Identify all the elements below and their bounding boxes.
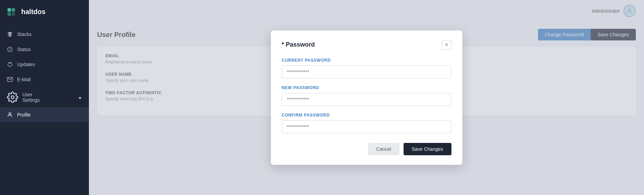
layers-icon xyxy=(7,31,13,37)
current-password-label: CURRENT PASSWORD xyxy=(282,58,451,63)
modal-close-button[interactable]: × xyxy=(442,40,451,50)
confirm-password-label: CONFIRM PASSWORD xyxy=(282,113,451,118)
sidebar-item-status[interactable]: Status xyxy=(0,42,89,57)
new-password-label: NEW PASSWORD xyxy=(282,85,451,90)
sidebar: haltdos Stacks Status Updates E-Mail Use… xyxy=(0,0,89,195)
logo-icon xyxy=(7,6,18,17)
sidebar-label-stacks: Stacks xyxy=(17,32,31,37)
password-modal: * Password × CURRENT PASSWORD NEW PASSWO… xyxy=(271,31,462,165)
svg-rect-0 xyxy=(8,8,11,12)
modal-overlay: * Password × CURRENT PASSWORD NEW PASSWO… xyxy=(89,0,644,195)
settings-icon xyxy=(7,92,18,103)
svg-rect-3 xyxy=(12,12,15,16)
new-password-group: NEW PASSWORD xyxy=(282,85,451,106)
sidebar-label-updates: Updates xyxy=(17,62,35,67)
app-logo: haltdos xyxy=(0,0,89,23)
updates-icon xyxy=(7,61,13,68)
status-icon xyxy=(7,46,13,52)
current-password-input[interactable] xyxy=(282,65,451,78)
current-password-group: CURRENT PASSWORD xyxy=(282,58,451,78)
modal-footer: Cancel Save Changes xyxy=(282,143,451,155)
user-icon xyxy=(7,112,13,118)
sidebar-item-updates[interactable]: Updates xyxy=(0,57,89,72)
modal-header: * Password × xyxy=(282,40,451,50)
sidebar-item-stacks[interactable]: Stacks xyxy=(0,27,89,42)
confirm-password-group: CONFIRM PASSWORD xyxy=(282,113,451,133)
sidebar-label-profile: Profile xyxy=(17,112,31,118)
main-content: Administrator User Profile Change Passwo… xyxy=(89,0,644,195)
svg-rect-1 xyxy=(12,8,15,12)
save-changes-button[interactable]: Save Changes xyxy=(404,143,451,155)
sidebar-item-profile[interactable]: Profile xyxy=(0,107,89,122)
sidebar-nav: Stacks Status Updates E-Mail User Settin… xyxy=(0,23,89,195)
svg-point-6 xyxy=(11,96,14,99)
new-password-input[interactable] xyxy=(282,93,451,106)
cancel-button[interactable]: Cancel xyxy=(368,143,399,155)
modal-title: * Password xyxy=(282,41,315,48)
confirm-password-input[interactable] xyxy=(282,120,451,133)
sidebar-item-user-settings[interactable]: User Settings ▲ xyxy=(0,87,89,107)
sidebar-label-user-settings: User Settings xyxy=(22,92,40,103)
email-icon xyxy=(7,76,13,83)
chevron-up-icon: ▲ xyxy=(78,95,82,100)
sidebar-label-status: Status xyxy=(17,47,31,52)
sidebar-label-email: E-Mail xyxy=(17,77,31,82)
svg-point-7 xyxy=(9,113,11,115)
svg-rect-2 xyxy=(8,12,11,16)
app-name: haltdos xyxy=(21,8,45,16)
sidebar-item-email[interactable]: E-Mail xyxy=(0,72,89,87)
